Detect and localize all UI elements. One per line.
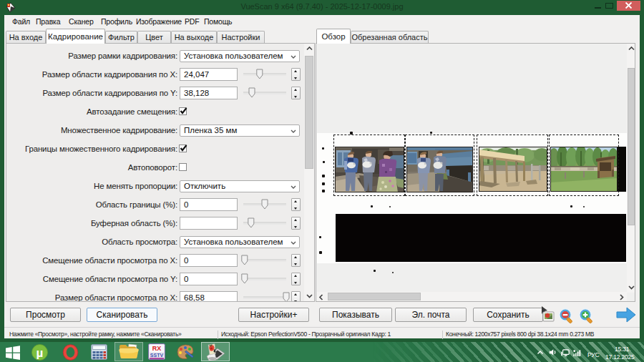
svg-text:µ: µ [36, 346, 44, 360]
svg-text:RX: RX [152, 345, 162, 352]
svg-text:SSTV: SSTV [150, 353, 164, 358]
